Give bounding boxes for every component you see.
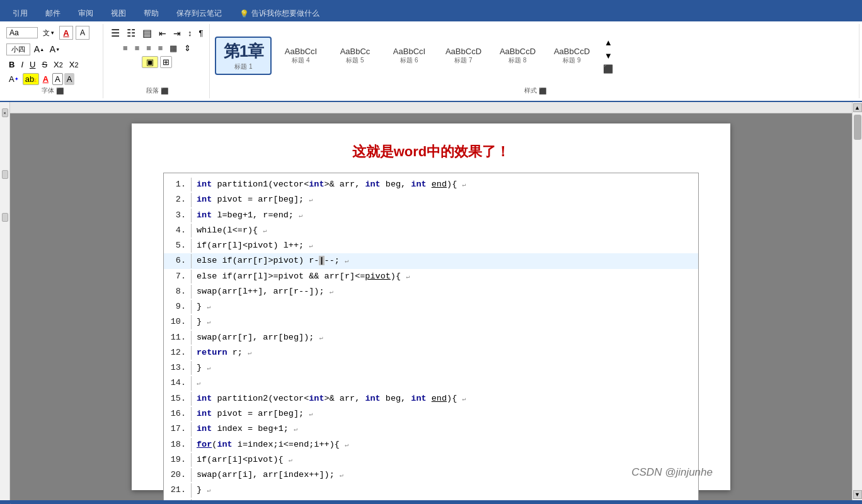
underline-btn[interactable]: U: [27, 59, 38, 71]
tab-tell-me[interactable]: 💡 告诉我你想要做什么: [231, 6, 328, 21]
align-center-btn[interactable]: ≡: [132, 42, 142, 54]
strikethrough-btn[interactable]: S: [39, 59, 50, 71]
line-num-21: 21.: [164, 483, 192, 497]
font-size-input[interactable]: 小四: [6, 43, 30, 55]
nav-marker-mid2[interactable]: [2, 213, 8, 222]
nav-marker-top[interactable]: ×: [2, 108, 8, 117]
font-name-selector[interactable]: Aa: [6, 27, 38, 38]
style-heading1[interactable]: 第1章 标题 1: [215, 37, 272, 75]
font-group: Aa 文 ▾ A A 小四 A▲ A▼: [3, 24, 103, 98]
bullets-btn[interactable]: ☰: [108, 26, 122, 40]
font-color-btn[interactable]: A: [59, 26, 73, 40]
style-heading9[interactable]: AaBbCcD 标题 9: [546, 43, 597, 68]
line-num-20: 20.: [164, 468, 192, 482]
line-num-17: 17.: [164, 422, 192, 436]
page-container[interactable]: 这就是word中的效果了！ 1. int partition1(vector<i…: [10, 113, 852, 500]
page-title: 这就是word中的效果了！: [163, 142, 699, 161]
superscript-btn[interactable]: X2: [67, 59, 81, 71]
decrease-indent-btn[interactable]: ⇤: [156, 27, 169, 40]
status-bar: 字数: 0 第1页，共1页: [0, 500, 862, 504]
code-line-3: 3. int l=beg+1, r=end; ↵: [164, 208, 698, 223]
increase-indent-btn[interactable]: ⇥: [171, 27, 183, 40]
align-left-btn[interactable]: ≡: [120, 42, 130, 54]
line-content-9: } ↵: [197, 300, 210, 314]
style-heading4[interactable]: AaBbCcI 标题 4: [275, 43, 326, 68]
line-num-1: 1.: [164, 178, 192, 192]
line-content-11: swap(arr[r], arr[beg]); ↵: [197, 331, 323, 345]
highlight-color-btn[interactable]: aby: [23, 73, 39, 85]
multilevel-list-btn[interactable]: ▤: [140, 26, 154, 40]
bold-btn[interactable]: B: [6, 59, 17, 71]
sort-btn[interactable]: ↕: [185, 27, 195, 39]
subscript-btn[interactable]: X2: [51, 59, 66, 71]
code-line-16: 16. int pivot = arr[beg]; ↵: [164, 406, 698, 421]
code-line-10: 10. } ↵: [164, 314, 698, 329]
shading-btn[interactable]: ▣: [142, 56, 158, 68]
vertical-scrollbar[interactable]: ▲ ▼: [852, 102, 862, 500]
watermark: CSDN @jinjunhe: [631, 466, 713, 479]
increase-font-btn[interactable]: A▲: [32, 42, 46, 56]
line-num-10: 10.: [164, 315, 192, 329]
scrollbar-thumb[interactable]: [854, 115, 861, 140]
italic-btn[interactable]: I: [18, 59, 26, 71]
style-heading9-label: 标题 9: [563, 56, 580, 65]
line-num-4: 4.: [164, 224, 192, 238]
styles-scroll-up[interactable]: ▲: [601, 37, 616, 49]
style-heading7[interactable]: AaBbCcD 标题 7: [438, 43, 488, 68]
text-effect-btn[interactable]: A✦: [6, 73, 21, 85]
nav-marker-mid1[interactable]: [2, 170, 8, 179]
tab-mail[interactable]: 邮件: [37, 6, 69, 21]
line-num-12: 12.: [164, 346, 192, 360]
tab-reference[interactable]: 引用: [4, 6, 37, 21]
border-btn[interactable]: ⊞: [160, 56, 172, 68]
justify-btn[interactable]: ≡: [156, 42, 166, 54]
line-num-11: 11.: [164, 331, 192, 345]
line-spacing-btn[interactable]: ⇕: [181, 42, 193, 54]
line-num-2: 2.: [164, 193, 192, 207]
paragraph-group: ☰ ☷ ▤ ⇤ ⇥ ↕ ¶ ≡ ≡ ≡ ≡ ▦ ⇕: [105, 24, 210, 98]
decrease-font-btn[interactable]: A▼: [48, 42, 62, 56]
line-content-22: } ↵: [197, 499, 210, 500]
style-heading8[interactable]: AaBbCcD 标题 8: [492, 43, 543, 68]
font-highlight-btn[interactable]: A: [76, 26, 89, 40]
line-content-8: swap(arr[l++], arr[r--]); ↵: [197, 285, 333, 299]
scrollbar-up-btn[interactable]: ▲: [853, 103, 862, 112]
font-style-btn[interactable]: 文 ▾: [40, 27, 57, 39]
styles-more[interactable]: ⬛: [601, 63, 616, 75]
code-line-9: 9. } ↵: [164, 299, 698, 314]
line-content-12: return r; ↵: [197, 346, 251, 360]
tab-view[interactable]: 视图: [102, 6, 135, 21]
left-nav-panel: ×: [0, 102, 10, 500]
line-content-1: int partition1(vector<int>& arr, int beg…: [197, 178, 466, 192]
align-right-btn[interactable]: ≡: [144, 42, 154, 54]
tab-help[interactable]: 帮助: [135, 6, 168, 21]
show-formatting-btn[interactable]: ¶: [197, 27, 206, 39]
numbered-list-btn[interactable]: ☷: [124, 26, 138, 40]
paragraph-expand-icon[interactable]: ⬛: [161, 88, 168, 94]
font-style-icon: 文: [43, 28, 50, 38]
style-heading4-preview: AaBbCcI: [285, 47, 317, 56]
styles-expand-icon[interactable]: ⬛: [539, 88, 546, 94]
code-line-4: 4. while(l<=r){ ↵: [164, 223, 698, 238]
font-color-btn2[interactable]: A: [40, 73, 51, 85]
line-num-6: 6.: [164, 254, 192, 268]
char-shade-btn[interactable]: A: [64, 73, 75, 85]
styles-group-label: 样式: [524, 86, 537, 95]
tab-save-cloud[interactable]: 保存到云笔记: [168, 6, 231, 21]
line-num-18: 18.: [164, 438, 192, 452]
style-heading5[interactable]: AaBbCc 标题 5: [330, 43, 380, 68]
tab-review[interactable]: 审阅: [69, 6, 102, 21]
style-heading1-label: 标题 1: [234, 62, 252, 71]
font-expand-icon[interactable]: ⬛: [56, 88, 64, 94]
text-border-btn[interactable]: A: [52, 73, 63, 85]
line-num-15: 15.: [164, 392, 192, 406]
line-num-19: 19.: [164, 453, 192, 467]
styles-scroll-down[interactable]: ▼: [601, 50, 616, 62]
scrollbar-down-btn[interactable]: ▼: [853, 490, 862, 499]
code-line-18: 18. for(int i=index;i<=end;i++){ ↵: [164, 437, 698, 452]
code-line-14: 14. ↵: [164, 375, 698, 391]
style-heading6[interactable]: AaBbCcI 标题 6: [384, 43, 434, 68]
columns-btn[interactable]: ▦: [167, 42, 180, 54]
code-line-22: 22. } ↵: [164, 498, 698, 500]
line-content-3: int l=beg+1, r=end; ↵: [197, 209, 302, 222]
